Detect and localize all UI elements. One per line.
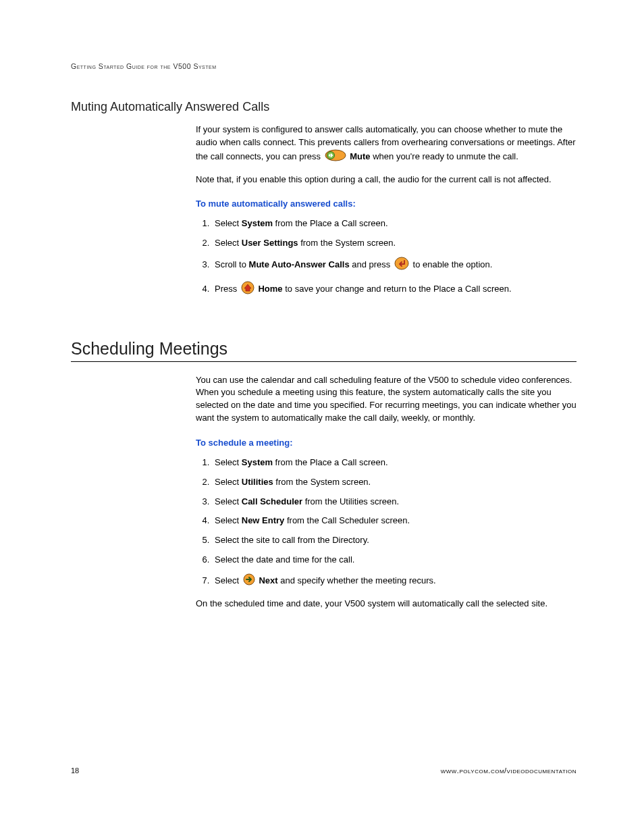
- step-item: Select System from the Place a Call scre…: [212, 217, 576, 230]
- para-scheduling-intro: You can use the calendar and call schedu…: [196, 374, 576, 425]
- text-bold: Home: [258, 284, 282, 294]
- text: from the Utilities screen.: [302, 496, 399, 506]
- steps-mute: Select System from the Place a Call scre…: [196, 217, 576, 298]
- document-page: Getting Started Guide for the V500 Syste…: [0, 0, 644, 834]
- page-number: 18: [71, 766, 79, 775]
- text: Select: [215, 515, 242, 525]
- enter-button-icon: [394, 257, 409, 274]
- step-item: Select Utilities from the System screen.: [212, 476, 576, 489]
- text: Select: [215, 457, 242, 467]
- text: from the Call Scheduler screen.: [284, 515, 410, 525]
- section1-body: If your system is configured to answer c…: [196, 124, 576, 298]
- text-bold: Mute Auto-Answer Calls: [249, 259, 350, 269]
- footer-url: www.polycom.com/videodocumentation: [441, 766, 576, 775]
- para-intro-1: If your system is configured to answer c…: [196, 124, 576, 165]
- step-item: Select New Entry from the Call Scheduler…: [212, 515, 576, 527]
- text: Press: [215, 284, 240, 294]
- text: Select: [215, 218, 242, 228]
- step-item: Scroll to Mute Auto-Answer Calls and pre…: [212, 257, 576, 274]
- para-note: Note that, if you enable this option dur…: [196, 174, 576, 186]
- text-bold: Utilities: [242, 477, 273, 487]
- step-item: Select System from the Place a Call scre…: [212, 457, 576, 469]
- home-button-icon: [241, 281, 254, 298]
- text: Select: [215, 575, 242, 585]
- text: Select: [215, 477, 242, 487]
- step-item: Select the date and time for the call.: [212, 554, 576, 567]
- text-bold: System: [242, 457, 273, 467]
- subheading-muting: Muting Automatically Answered Calls: [71, 100, 576, 114]
- para-closing: On the scheduled time and date, your V50…: [196, 598, 576, 610]
- mute-button-icon: [325, 149, 346, 165]
- section2-body: You can use the calendar and call schedu…: [196, 374, 576, 610]
- step-item: Select User Settings from the System scr…: [212, 237, 576, 250]
- text: when you're ready to unmute the call.: [371, 151, 518, 161]
- task-heading-mute: To mute automatically answered calls:: [196, 198, 576, 211]
- text: from the System screen.: [298, 238, 396, 248]
- step-item: Press Home to save your change and retur…: [212, 281, 576, 298]
- text: Scroll to: [215, 259, 249, 269]
- next-arrow-icon: [243, 573, 255, 590]
- text-bold: Next: [259, 575, 277, 585]
- steps-schedule: Select System from the Place a Call scre…: [196, 457, 576, 590]
- text-bold: Call Scheduler: [242, 496, 302, 506]
- text: from the Place a Call screen.: [273, 218, 388, 228]
- text: from the Place a Call screen.: [273, 457, 388, 467]
- step-item: Select the site to call from the Directo…: [212, 534, 576, 547]
- running-header: Getting Started Guide for the V500 Syste…: [71, 62, 576, 70]
- step-item: Select Call Scheduler from the Utilities…: [212, 496, 576, 509]
- text: to save your change and return to the Pl…: [283, 284, 512, 294]
- text: and specify whether the meeting recurs.: [278, 575, 436, 585]
- text: Select: [215, 238, 242, 248]
- page-footer: 18 www.polycom.com/videodocumentation: [71, 766, 576, 775]
- step-item: Select Next and specify whether the meet…: [212, 573, 576, 590]
- text: to enable the option.: [413, 259, 493, 269]
- mute-label: Mute: [350, 151, 370, 161]
- text-bold: System: [242, 218, 273, 228]
- text: and press: [350, 259, 393, 269]
- text: Select: [215, 496, 242, 506]
- text-bold: New Entry: [242, 515, 285, 525]
- task-heading-schedule: To schedule a meeting:: [196, 437, 576, 450]
- heading-scheduling: Scheduling Meetings: [71, 339, 576, 362]
- text-bold: User Settings: [242, 238, 298, 248]
- text: from the System screen.: [273, 477, 371, 487]
